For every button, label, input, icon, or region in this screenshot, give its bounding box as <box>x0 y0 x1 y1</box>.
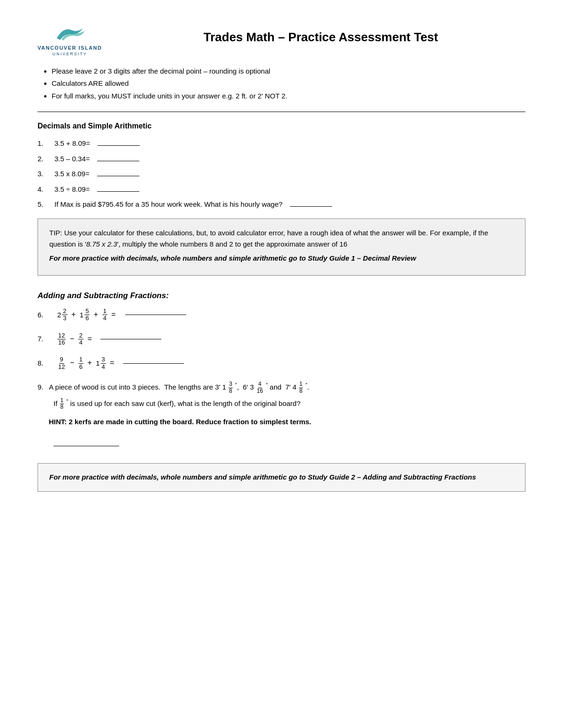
section1-title: Decimals and Simple Arithmetic <box>38 120 525 132</box>
q4-text: 3.5 ÷ 8.09= <box>54 184 90 195</box>
instruction-1: Please leave 2 or 3 digits after the dec… <box>52 66 525 77</box>
tip-italic-text: For more practice with decimals, whole n… <box>49 253 514 264</box>
logo-area: VANCOUVER ISLAND UNIVERSITY <box>38 23 102 58</box>
q6-answer-line <box>125 315 186 315</box>
question-8: 8. 9 12 − 1 6 + 1 3 <box>38 356 525 370</box>
question-2: 2. 3.5 – 0.34= <box>38 154 525 165</box>
question-3: 3. 3.5 x 8.09= <box>38 169 525 180</box>
q9-answer-area <box>53 439 525 450</box>
q9-kerf-frac: 1 8 <box>60 398 64 410</box>
tip-main-text: TIP: Use your calculator for these calcu… <box>49 227 514 250</box>
q6-frac2: 5 6 <box>84 308 90 322</box>
q6-frac3: 1 4 <box>102 308 107 322</box>
q3-text: 3.5 x 8.09= <box>54 169 90 180</box>
q8-answer-line <box>123 363 184 364</box>
q2-text: 3.5 – 0.34= <box>54 154 90 165</box>
q9-frac1: 3 8 <box>228 381 233 394</box>
q7-frac2: 2 4 <box>78 332 84 346</box>
q2-num: 2. <box>38 154 51 165</box>
instruction-2: Calculators ARE allowed <box>52 78 525 89</box>
q8-frac2: 1 6 <box>78 356 84 370</box>
q8-frac1: 9 12 <box>57 356 66 370</box>
question-9: 9. A piece of wood is cut into 3 pieces.… <box>38 381 525 449</box>
q2-answer-line <box>97 161 139 161</box>
q1-num: 1. <box>38 138 51 149</box>
q9-frac2: 4 16 <box>256 381 263 394</box>
logo-viu-text: VANCOUVER ISLAND <box>38 45 102 51</box>
q5-text: If Max is paid $795.45 for a 35 hour wor… <box>54 199 282 210</box>
q9-hint: HINT: 2 kerfs are made in cutting the bo… <box>49 417 525 428</box>
q8-expr: 9 12 − 1 6 + 1 3 4 = <box>57 356 116 370</box>
question-5: 5. If Max is paid $795.45 for a 35 hour … <box>38 199 525 210</box>
q7-expr: 12 16 − 2 4 = <box>57 332 94 346</box>
page: VANCOUVER ISLAND UNIVERSITY Trades Math … <box>0 0 563 728</box>
decimal-questions: 1. 3.5 + 8.09= 2. 3.5 – 0.34= 3. 3.5 x 8… <box>38 138 525 210</box>
viu-logo-icon <box>53 23 86 43</box>
q6-mixed1: 2 2 3 <box>57 308 68 322</box>
q4-answer-line <box>97 191 139 192</box>
q1-answer-line <box>98 145 140 146</box>
q5-answer-line <box>290 206 332 207</box>
study-box-2-text: For more practice with decimals, whole n… <box>49 472 514 483</box>
section-decimals: Decimals and Simple Arithmetic 1. 3.5 + … <box>38 120 525 210</box>
section2-title: Adding and Subtracting Fractions: <box>38 290 525 302</box>
q3-num: 3. <box>38 169 51 180</box>
q9-frac3: 1 8 <box>299 381 303 394</box>
question-7: 7. 12 16 − 2 4 = <box>38 332 525 346</box>
q4-num: 4. <box>38 184 51 195</box>
q6-num: 6. <box>38 310 54 321</box>
page-title: Trades Math – Practice Assessment Test <box>116 23 525 46</box>
question-6: 6. 2 2 3 + 1 5 6 <box>38 308 525 322</box>
q8-mixed: 1 3 4 <box>96 356 106 370</box>
q9-num: 9. <box>38 383 47 391</box>
q7-answer-line <box>100 339 161 339</box>
q8-frac3: 3 4 <box>101 356 106 370</box>
q9-answer-line <box>53 446 119 446</box>
q9-text-line2: If 1 8 ″ is used up for each saw cut (ke… <box>53 397 525 411</box>
section-fractions: Adding and Subtracting Fractions: 6. 2 2… <box>38 290 525 450</box>
question-1: 1. 3.5 + 8.09= <box>38 138 525 149</box>
study-box-2: For more practice with decimals, whole n… <box>38 463 525 492</box>
q1-text: 3.5 + 8.09= <box>54 138 90 149</box>
section-divider <box>38 112 525 112</box>
q6-mixed2: 1 5 6 <box>80 308 90 322</box>
question-4: 4. 3.5 ÷ 8.09= <box>38 184 525 195</box>
header: VANCOUVER ISLAND UNIVERSITY Trades Math … <box>38 23 525 58</box>
q7-frac1: 12 16 <box>57 332 66 346</box>
q5-num: 5. <box>38 199 51 210</box>
q8-num: 8. <box>38 358 54 369</box>
q9-text-block: 9. A piece of wood is cut into 3 pieces.… <box>38 381 525 394</box>
q6-frac1: 2 3 <box>62 308 67 322</box>
q6-expr: 2 2 3 + 1 5 6 + 1 <box>57 308 118 322</box>
instructions-list: Please leave 2 or 3 digits after the dec… <box>38 66 525 102</box>
q7-num: 7. <box>38 334 54 345</box>
tip-box: TIP: Use your calculator for these calcu… <box>38 218 525 276</box>
q3-answer-line <box>97 176 139 176</box>
logo-univ-text: UNIVERSITY <box>53 51 87 58</box>
instruction-3: For full marks, you MUST include units i… <box>52 91 525 102</box>
